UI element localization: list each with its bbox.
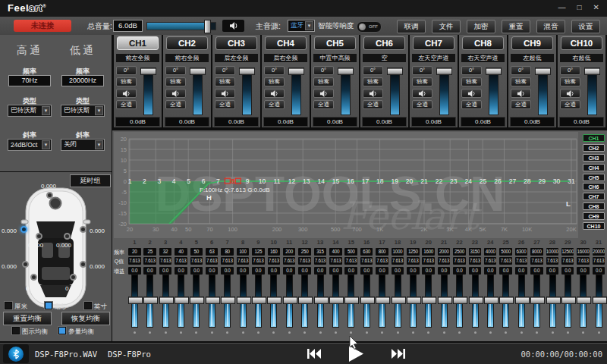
band-gain-slider[interactable] <box>375 273 390 337</box>
channel-fader-handle[interactable] <box>387 67 403 75</box>
band-frequency-cell[interactable]: 125 <box>252 248 265 256</box>
slider-handle[interactable] <box>561 297 576 304</box>
checkbox[interactable] <box>84 302 92 309</box>
band-q-cell[interactable]: 7.613 <box>175 257 187 265</box>
channel-fader[interactable] <box>291 70 301 115</box>
solo-button[interactable]: 独奏 <box>165 77 186 86</box>
toolbar-button[interactable]: 设置 <box>571 20 600 33</box>
band-q-cell[interactable]: 7.613 <box>143 257 156 265</box>
eq-channel-button-CH1[interactable]: CH1 <box>583 134 605 142</box>
band-gain-slider[interactable] <box>591 273 606 337</box>
channel-fader[interactable] <box>341 70 351 115</box>
eq-channel-button-CH4[interactable]: CH4 <box>583 164 605 171</box>
band-gain-slider[interactable] <box>436 273 451 337</box>
slider-handle[interactable] <box>392 297 406 304</box>
solo-button[interactable]: 独奏 <box>313 77 334 86</box>
band-frequency-cell[interactable]: 10000 <box>546 248 559 256</box>
band-frequency-cell[interactable]: 2500 <box>453 248 466 256</box>
speaker-position-front-left[interactable] <box>20 226 27 233</box>
solo-button[interactable]: 独奏 <box>363 77 383 86</box>
eq-channel-button-CH8[interactable]: CH8 <box>583 202 605 210</box>
band-frequency-cell[interactable]: 32 <box>159 248 172 256</box>
speaker-position-rear-left[interactable] <box>22 261 29 268</box>
phase-button[interactable]: 0° <box>116 66 137 75</box>
eq-mode-option-参量均衡[interactable]: 参量均衡 <box>58 327 94 337</box>
minimize-button[interactable]: — <box>558 3 566 12</box>
band-q-cell[interactable]: 7.613 <box>593 257 605 265</box>
band-q-cell[interactable]: 7.613 <box>268 257 281 265</box>
band-q-cell[interactable]: 7.613 <box>499 257 512 265</box>
slider-handle[interactable] <box>298 297 313 304</box>
band-gain-slider[interactable] <box>281 273 297 337</box>
slider-handle[interactable] <box>484 297 498 304</box>
speaker-position-front-center[interactable] <box>46 192 53 199</box>
slider-handle[interactable] <box>422 297 436 304</box>
band-gain-slider[interactable] <box>467 273 483 337</box>
checkbox[interactable] <box>45 302 52 309</box>
mute-button[interactable] <box>264 89 285 98</box>
toolbar-button[interactable]: 混音 <box>536 20 565 33</box>
band-gain-slider[interactable] <box>127 273 142 337</box>
band-q-cell[interactable]: 7.613 <box>360 257 373 265</box>
eq-graph[interactable]: DSPTOOLS.CNFeelart20151050-5-10-15-20203… <box>114 132 578 238</box>
band-q-cell[interactable]: 7.613 <box>484 257 497 265</box>
phase-button[interactable]: 0° <box>560 66 580 75</box>
band-q-cell[interactable]: 7.613 <box>438 257 451 265</box>
hp-slope-select[interactable]: 24dB/Oct▼ <box>8 139 52 151</box>
band-gain-slider[interactable] <box>576 273 591 337</box>
band-gain-slider[interactable] <box>220 273 235 337</box>
phase-button[interactable]: 0° <box>215 66 235 75</box>
solo-button[interactable]: 独奏 <box>461 77 482 86</box>
channel-button-CH9[interactable]: CH9 <box>511 36 553 50</box>
allpass-button[interactable]: 全通 <box>313 100 334 109</box>
band-gain-slider[interactable] <box>452 273 467 337</box>
band-frequency-cell[interactable]: 160 <box>268 248 281 256</box>
phase-button[interactable]: 0° <box>363 66 383 75</box>
slider-handle[interactable] <box>577 297 591 304</box>
toolbar-button[interactable]: 文件 <box>432 20 461 33</box>
band-gain-slider[interactable] <box>359 273 374 337</box>
band-gain-slider[interactable] <box>204 273 219 337</box>
previous-track-button[interactable] <box>307 347 322 360</box>
master-volume-slider[interactable] <box>146 22 216 30</box>
solo-button[interactable]: 独奏 <box>412 77 432 86</box>
band-gain-slider[interactable] <box>530 273 545 337</box>
channel-fader[interactable] <box>439 70 449 115</box>
hp-freq-value[interactable]: 70Hz <box>8 75 51 86</box>
band-frequency-cell[interactable]: 800 <box>376 248 388 256</box>
band-frequency-cell[interactable]: 315 <box>314 248 327 256</box>
mute-button[interactable] <box>215 89 235 98</box>
band-frequency-cell[interactable]: 200 <box>283 248 296 256</box>
eq-channel-button-CH5[interactable]: CH5 <box>583 174 605 181</box>
solo-button[interactable]: 独奏 <box>116 77 137 86</box>
checkbox[interactable] <box>5 302 12 309</box>
checkbox[interactable] <box>12 327 20 334</box>
band-gain-slider[interactable] <box>297 273 313 337</box>
band-gain-slider[interactable] <box>405 273 420 337</box>
unit-option-毫秒[interactable]: 毫秒 <box>45 302 68 312</box>
mute-button[interactable] <box>511 89 531 98</box>
bluetooth-button[interactable] <box>3 344 29 363</box>
lp-freq-value[interactable]: 20000Hz <box>61 75 104 86</box>
speaker-position-sub-left[interactable] <box>30 274 37 281</box>
next-track-button[interactable] <box>391 347 406 360</box>
toolbar-button[interactable]: 联调 <box>397 20 426 33</box>
slider-handle[interactable] <box>314 297 329 304</box>
band-frequency-cell[interactable]: 80 <box>221 248 234 256</box>
band-gain-slider[interactable] <box>390 273 405 337</box>
band-q-cell[interactable]: 7.613 <box>561 257 574 265</box>
mute-button[interactable] <box>412 89 432 98</box>
channel-fader[interactable] <box>193 70 203 115</box>
slider-handle[interactable] <box>159 297 174 304</box>
band-q-cell[interactable]: 7.613 <box>252 257 265 265</box>
band-q-cell[interactable]: 7.613 <box>530 257 543 265</box>
speaker-position-sub-right[interactable] <box>70 274 77 281</box>
band-gain-slider[interactable] <box>498 273 514 337</box>
band-gain-slider[interactable] <box>266 273 281 337</box>
unit-option-厘米[interactable]: 厘米 <box>5 302 27 312</box>
toolbar-button[interactable]: 加密 <box>467 20 495 33</box>
band-frequency-cell[interactable]: 2000 <box>438 248 451 256</box>
hp-type-select[interactable]: 巴特沃斯▼ <box>8 105 52 117</box>
band-frequency-cell[interactable]: 250 <box>298 248 311 256</box>
slider-handle[interactable] <box>453 297 467 304</box>
